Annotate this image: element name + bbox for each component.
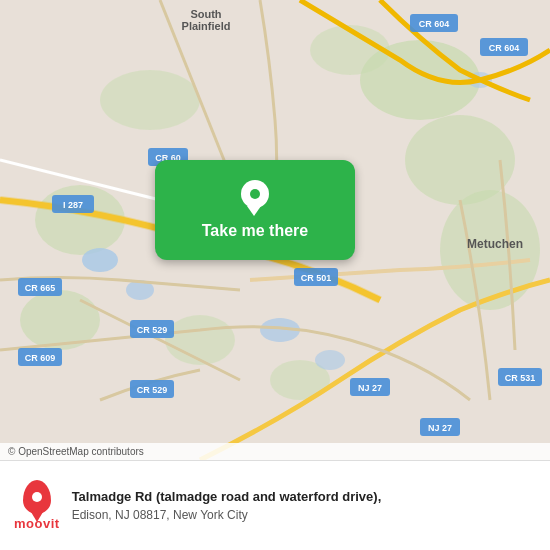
moovit-pin-icon — [23, 480, 51, 514]
svg-text:I 287: I 287 — [63, 200, 83, 210]
svg-point-13 — [315, 350, 345, 370]
svg-text:Metuchen: Metuchen — [467, 237, 523, 251]
location-info: Talmadge Rd (talmadge road and waterford… — [72, 489, 536, 522]
svg-text:CR 665: CR 665 — [25, 283, 56, 293]
location-pin-icon — [240, 180, 270, 216]
svg-text:CR 529: CR 529 — [137, 385, 168, 395]
svg-text:South: South — [190, 8, 221, 20]
button-label: Take me there — [202, 222, 308, 240]
map-container: CR 604 CR 604 CR 60 I 287 CR 665 CR 529 … — [0, 0, 550, 460]
svg-text:CR 604: CR 604 — [419, 19, 450, 29]
map-attribution: © OpenStreetMap contributors — [0, 443, 550, 460]
svg-point-6 — [165, 315, 235, 365]
moovit-logo: moovit — [14, 480, 60, 531]
moovit-pin-inner — [32, 492, 42, 502]
svg-text:CR 529: CR 529 — [137, 325, 168, 335]
svg-point-10 — [82, 248, 118, 272]
location-subtitle: Edison, NJ 08817, New York City — [72, 508, 536, 522]
take-me-there-button[interactable]: Take me there — [155, 160, 355, 260]
svg-point-8 — [100, 70, 200, 130]
attribution-text: © OpenStreetMap contributors — [8, 446, 144, 457]
svg-text:CR 604: CR 604 — [489, 43, 520, 53]
svg-text:Plainfield: Plainfield — [182, 20, 231, 32]
info-panel: moovit Talmadge Rd (talmadge road and wa… — [0, 460, 550, 550]
location-title: Talmadge Rd (talmadge road and waterford… — [72, 489, 536, 506]
svg-text:CR 609: CR 609 — [25, 353, 56, 363]
svg-text:CR 501: CR 501 — [301, 273, 332, 283]
svg-text:NJ 27: NJ 27 — [358, 383, 382, 393]
svg-text:CR 531: CR 531 — [505, 373, 536, 383]
svg-text:NJ 27: NJ 27 — [428, 423, 452, 433]
